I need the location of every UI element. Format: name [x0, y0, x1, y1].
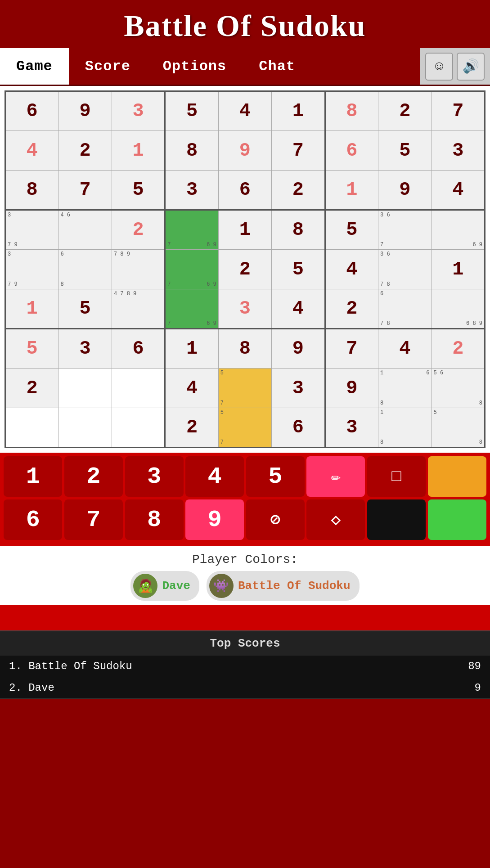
cell-0-6[interactable]: 8	[325, 91, 378, 131]
color-green-button[interactable]	[428, 499, 486, 540]
cell-1-1[interactable]: 2	[58, 131, 112, 171]
cell-3-4[interactable]: 1	[218, 210, 271, 250]
color-black-button[interactable]	[367, 499, 426, 540]
cell-7-1[interactable]	[58, 369, 112, 408]
cell-6-6[interactable]: 7	[325, 329, 378, 369]
numpad-9[interactable]: 9	[185, 499, 244, 540]
cell-0-7[interactable]: 2	[378, 91, 432, 131]
diamond-tool-button[interactable]: ◇	[306, 499, 365, 540]
cell-4-5[interactable]: 5	[272, 250, 325, 289]
cell-1-7[interactable]: 5	[378, 131, 432, 171]
cell-2-4[interactable]: 6	[218, 171, 271, 210]
cell-5-1[interactable]: 5	[58, 289, 112, 329]
pencil-tool-button[interactable]: ✏	[306, 456, 365, 497]
cell-4-7[interactable]: 3 67 8	[378, 250, 432, 289]
cell-1-4[interactable]: 9	[218, 131, 271, 171]
cell-3-2[interactable]: 2	[112, 210, 165, 250]
cell-2-8[interactable]: 4	[432, 171, 485, 210]
cell-6-8[interactable]: 2	[432, 329, 485, 369]
cell-5-0[interactable]: 1	[5, 289, 58, 329]
cell-0-1[interactable]: 9	[58, 91, 112, 131]
cell-8-2[interactable]	[112, 408, 165, 448]
cell-7-6[interactable]: 9	[325, 369, 378, 408]
cell-1-0[interactable]: 4	[5, 131, 58, 171]
cell-5-6[interactable]: 2	[325, 289, 378, 329]
numpad-8[interactable]: 8	[125, 499, 184, 540]
cell-2-1[interactable]: 7	[58, 171, 112, 210]
cell-5-4[interactable]: 3	[218, 289, 271, 329]
cell-2-7[interactable]: 9	[378, 171, 432, 210]
cell-6-4[interactable]: 8	[218, 329, 271, 369]
cell-4-3[interactable]: 76 9	[165, 250, 218, 289]
cell-1-5[interactable]: 7	[272, 131, 325, 171]
cell-1-3[interactable]: 8	[165, 131, 218, 171]
cell-5-3[interactable]: 76 9	[165, 289, 218, 329]
cell-7-8[interactable]: 5 68	[432, 369, 485, 408]
cell-2-5[interactable]: 2	[272, 171, 325, 210]
cell-3-5[interactable]: 8	[272, 210, 325, 250]
cell-1-8[interactable]: 3	[432, 131, 485, 171]
cell-6-5[interactable]: 9	[272, 329, 325, 369]
cell-6-2[interactable]: 6	[112, 329, 165, 369]
tab-score[interactable]: Score	[69, 48, 147, 85]
cell-3-7[interactable]: 3 67	[378, 210, 432, 250]
cell-4-8[interactable]: 1	[432, 250, 485, 289]
cell-8-5[interactable]: 6	[272, 408, 325, 448]
cell-8-3[interactable]: 2	[165, 408, 218, 448]
cell-8-4[interactable]: 57	[218, 408, 271, 448]
cell-7-5[interactable]: 3	[272, 369, 325, 408]
cell-8-8[interactable]: 58	[432, 408, 485, 448]
cell-4-4[interactable]: 2	[218, 250, 271, 289]
cell-8-0[interactable]	[5, 408, 58, 448]
cell-0-5[interactable]: 1	[272, 91, 325, 131]
cell-3-1[interactable]: 4 6	[58, 210, 112, 250]
cell-0-8[interactable]: 7	[432, 91, 485, 131]
cell-5-8[interactable]: 6 8 9	[432, 289, 485, 329]
cell-3-6[interactable]: 5	[325, 210, 378, 250]
smiley-button[interactable]: ☺	[425, 53, 453, 81]
cell-3-8[interactable]: 6 9	[432, 210, 485, 250]
cell-8-7[interactable]: 18	[378, 408, 432, 448]
cell-4-6[interactable]: 4	[325, 250, 378, 289]
cell-3-3[interactable]: 76 9	[165, 210, 218, 250]
numpad-3[interactable]: 3	[125, 456, 184, 497]
cell-0-3[interactable]: 5	[165, 91, 218, 131]
tab-game[interactable]: Game	[0, 48, 69, 85]
cell-4-0[interactable]: 37 9	[5, 250, 58, 289]
cell-6-1[interactable]: 3	[58, 329, 112, 369]
cell-7-0[interactable]: 2	[5, 369, 58, 408]
numpad-2[interactable]: 2	[64, 456, 123, 497]
cell-7-7[interactable]: 168	[378, 369, 432, 408]
square-tool-button[interactable]: □	[367, 456, 426, 497]
cell-0-0[interactable]: 6	[5, 91, 58, 131]
cell-0-2[interactable]: 3	[112, 91, 165, 131]
cell-5-5[interactable]: 4	[272, 289, 325, 329]
cell-2-2[interactable]: 5	[112, 171, 165, 210]
cell-8-6[interactable]: 3	[325, 408, 378, 448]
cell-1-6[interactable]: 6	[325, 131, 378, 171]
numpad-7[interactable]: 7	[64, 499, 123, 540]
cell-0-4[interactable]: 4	[218, 91, 271, 131]
numpad-6[interactable]: 6	[4, 499, 62, 540]
cell-6-7[interactable]: 4	[378, 329, 432, 369]
numpad-4[interactable]: 4	[185, 456, 244, 497]
tab-chat[interactable]: Chat	[243, 48, 311, 85]
numpad-1[interactable]: 1	[4, 456, 62, 497]
cell-5-7[interactable]: 67 8	[378, 289, 432, 329]
cell-2-3[interactable]: 3	[165, 171, 218, 210]
cell-2-0[interactable]: 8	[5, 171, 58, 210]
cell-1-2[interactable]: 1	[112, 131, 165, 171]
cell-4-2[interactable]: 7 8 9	[112, 250, 165, 289]
cell-7-2[interactable]	[112, 369, 165, 408]
tab-options[interactable]: Options	[147, 48, 243, 85]
cell-7-3[interactable]: 4	[165, 369, 218, 408]
cell-6-0[interactable]: 5	[5, 329, 58, 369]
cell-3-0[interactable]: 37 9	[5, 210, 58, 250]
numpad-5[interactable]: 5	[246, 456, 305, 497]
cell-5-2[interactable]: 4 7 8 9	[112, 289, 165, 329]
cell-7-4[interactable]: 57	[218, 369, 271, 408]
sound-button[interactable]: 🔊	[457, 53, 485, 81]
color-orange-button[interactable]	[428, 456, 486, 497]
erase-tool-button[interactable]: ⊘	[246, 499, 305, 540]
cell-2-6[interactable]: 1	[325, 171, 378, 210]
